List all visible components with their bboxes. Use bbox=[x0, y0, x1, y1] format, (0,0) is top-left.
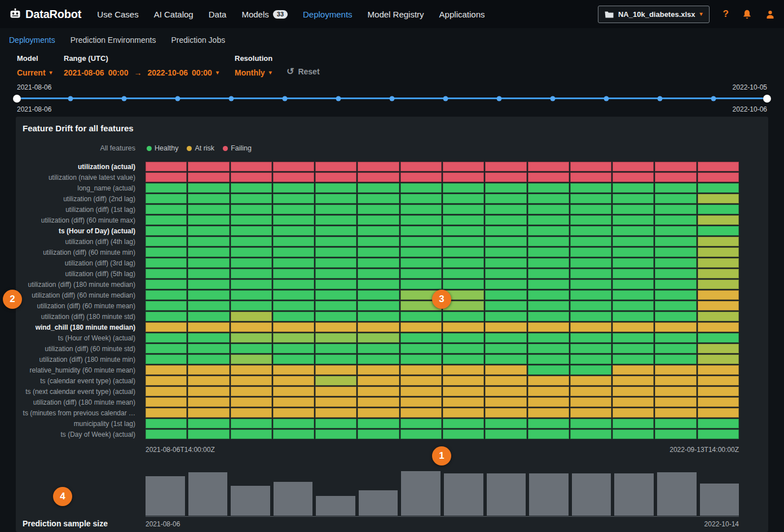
heatmap-cell[interactable] bbox=[613, 280, 654, 289]
heatmap-cell[interactable] bbox=[358, 387, 399, 396]
heatmap-cell[interactable] bbox=[613, 183, 654, 193]
heatmap-cell[interactable] bbox=[485, 247, 526, 257]
heatmap-cell[interactable] bbox=[485, 290, 526, 300]
heatmap-cell[interactable] bbox=[528, 344, 569, 353]
heatmap-cell[interactable] bbox=[400, 247, 442, 257]
heatmap-cell[interactable] bbox=[188, 376, 229, 385]
heatmap-cell[interactable] bbox=[485, 344, 526, 353]
heatmap-cell[interactable] bbox=[613, 333, 654, 343]
heatmap-cell[interactable] bbox=[400, 387, 442, 396]
heatmap-cell[interactable] bbox=[698, 205, 739, 214]
heatmap-cell[interactable] bbox=[655, 258, 696, 268]
sample-size-bar[interactable] bbox=[146, 476, 185, 516]
heatmap-cell[interactable] bbox=[400, 226, 442, 236]
heatmap-cell[interactable] bbox=[315, 269, 356, 278]
heatmap-cell[interactable] bbox=[485, 172, 526, 182]
heatmap-cell[interactable] bbox=[358, 333, 399, 343]
heatmap-cell[interactable] bbox=[698, 429, 739, 439]
heatmap-cell[interactable] bbox=[655, 365, 696, 375]
heatmap-cell[interactable] bbox=[613, 387, 654, 396]
heatmap-cell[interactable] bbox=[570, 419, 611, 428]
heatmap-cell[interactable] bbox=[188, 290, 229, 300]
heatmap-cell[interactable] bbox=[485, 387, 526, 396]
heatmap-cell[interactable] bbox=[231, 280, 272, 289]
heatmap-cell[interactable] bbox=[273, 301, 314, 311]
heatmap-cell[interactable] bbox=[698, 258, 739, 268]
heatmap-cell[interactable] bbox=[528, 194, 569, 203]
heatmap-cell[interactable] bbox=[400, 376, 442, 385]
slider-handle-right[interactable] bbox=[763, 95, 771, 103]
heatmap-cell[interactable] bbox=[698, 162, 739, 171]
heatmap-cell[interactable] bbox=[528, 162, 569, 171]
heatmap-cell[interactable] bbox=[315, 376, 356, 385]
heatmap-cell[interactable] bbox=[400, 408, 442, 418]
heatmap-cell[interactable] bbox=[698, 183, 739, 193]
heatmap-cell[interactable] bbox=[570, 183, 611, 193]
heatmap-cell[interactable] bbox=[655, 387, 696, 396]
nav-item-data[interactable]: Data bbox=[209, 10, 227, 19]
heatmap-cell[interactable] bbox=[443, 397, 484, 407]
sample-size-bar[interactable] bbox=[657, 472, 697, 516]
sample-size-bar[interactable] bbox=[401, 471, 441, 516]
heatmap-cell[interactable] bbox=[698, 397, 739, 407]
heatmap-cell[interactable] bbox=[358, 344, 399, 353]
notifications-bell-icon[interactable] bbox=[742, 9, 752, 19]
heatmap-cell[interactable] bbox=[570, 237, 611, 246]
heatmap-cell[interactable] bbox=[570, 194, 611, 203]
heatmap-cell[interactable] bbox=[698, 354, 739, 364]
heatmap-cell[interactable] bbox=[485, 280, 526, 289]
heatmap-cell[interactable] bbox=[570, 301, 611, 311]
heatmap-cell[interactable] bbox=[400, 429, 442, 439]
heatmap-cell[interactable] bbox=[698, 376, 739, 385]
heatmap-cell[interactable] bbox=[231, 387, 272, 396]
heatmap-cell[interactable] bbox=[358, 376, 399, 385]
heatmap-cell[interactable] bbox=[358, 408, 399, 418]
heatmap-cell[interactable] bbox=[315, 397, 356, 407]
heatmap-cell[interactable] bbox=[315, 322, 356, 332]
heatmap-cell[interactable] bbox=[188, 333, 229, 343]
heatmap-cell[interactable] bbox=[613, 205, 654, 214]
heatmap-cell[interactable] bbox=[273, 183, 314, 193]
heatmap-cell[interactable] bbox=[146, 376, 187, 385]
heatmap-cell[interactable] bbox=[400, 333, 442, 343]
heatmap-cell[interactable] bbox=[655, 322, 696, 332]
sample-size-bar[interactable] bbox=[529, 473, 569, 516]
heatmap-cell[interactable] bbox=[315, 365, 356, 375]
range-dropdown[interactable]: 2021-08-06 00:00 → 2022-10-06 00:00 ▾ bbox=[64, 68, 219, 77]
dataset-selector-dropdown[interactable]: NA_10k_diabetes.xlsx ▾ bbox=[598, 6, 710, 23]
heatmap-cell[interactable] bbox=[358, 354, 399, 364]
heatmap-cell[interactable] bbox=[231, 333, 272, 343]
heatmap-cell[interactable] bbox=[528, 258, 569, 268]
heatmap-cell[interactable] bbox=[443, 258, 484, 268]
heatmap-cell[interactable] bbox=[698, 387, 739, 396]
heatmap-cell[interactable] bbox=[655, 419, 696, 428]
heatmap-cell[interactable] bbox=[273, 397, 314, 407]
heatmap-cell[interactable] bbox=[188, 258, 229, 268]
heatmap-cell[interactable] bbox=[315, 280, 356, 289]
heatmap-cell[interactable] bbox=[231, 301, 272, 311]
heatmap-cell[interactable] bbox=[485, 194, 526, 203]
heatmap-cell[interactable] bbox=[570, 247, 611, 257]
heatmap-cell[interactable] bbox=[528, 408, 569, 418]
heatmap-cell[interactable] bbox=[400, 397, 442, 407]
heatmap-cell[interactable] bbox=[698, 290, 739, 300]
sample-size-bar[interactable] bbox=[700, 484, 739, 516]
sample-size-bar[interactable] bbox=[188, 472, 228, 516]
heatmap-cell[interactable] bbox=[613, 301, 654, 311]
heatmap-cell[interactable] bbox=[443, 387, 484, 396]
heatmap-cell[interactable] bbox=[698, 344, 739, 353]
heatmap-cell[interactable] bbox=[188, 429, 229, 439]
heatmap-cell[interactable] bbox=[231, 312, 272, 321]
heatmap-cell[interactable] bbox=[273, 215, 314, 225]
heatmap-cell[interactable] bbox=[698, 226, 739, 236]
heatmap-cell[interactable] bbox=[570, 376, 611, 385]
heatmap-cell[interactable] bbox=[655, 162, 696, 171]
heatmap-cell[interactable] bbox=[315, 215, 356, 225]
heatmap-cell[interactable] bbox=[613, 365, 654, 375]
heatmap-cell[interactable] bbox=[358, 419, 399, 428]
heatmap-cell[interactable] bbox=[655, 312, 696, 321]
heatmap-cell[interactable] bbox=[146, 162, 187, 171]
annotation-badge-1[interactable]: 1 bbox=[432, 446, 451, 466]
heatmap-cell[interactable] bbox=[358, 258, 399, 268]
heatmap-cell[interactable] bbox=[273, 419, 314, 428]
